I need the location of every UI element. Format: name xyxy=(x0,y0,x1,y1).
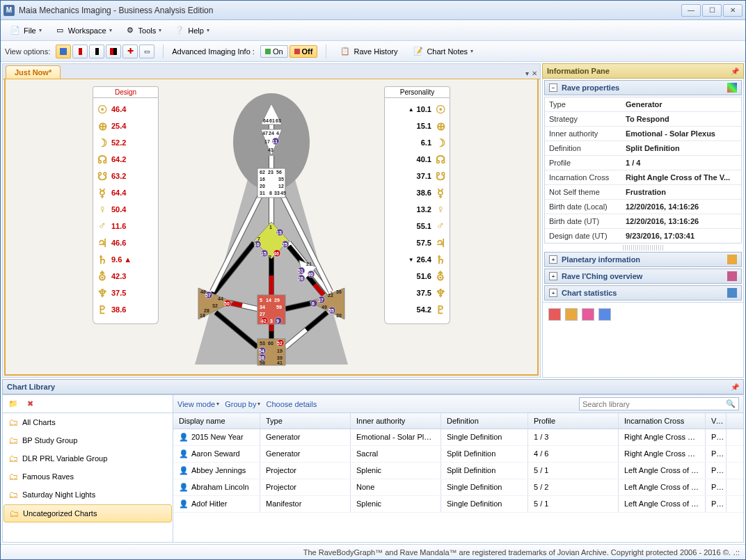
svg-text:58: 58 xyxy=(260,360,265,365)
view-options-group: ✚ ▭ xyxy=(56,45,154,58)
view-mode-dropdown[interactable]: View mode▾ xyxy=(177,400,219,408)
table-row[interactable]: 👤Adof HitlerManifestorSplenicSingle Defi… xyxy=(173,496,743,513)
col-display-name[interactable]: Display name xyxy=(173,413,260,429)
prop-value: 12/20/2016, 13:16:26 xyxy=(621,214,741,228)
svg-text:32: 32 xyxy=(212,303,218,308)
close-button[interactable]: ✕ xyxy=(723,4,743,17)
table-row[interactable]: 👤Abbey JenningsProjectorSplenicSplit Def… xyxy=(173,463,743,479)
svg-text:24: 24 xyxy=(269,131,274,136)
advanced-off-button[interactable]: Off xyxy=(289,45,318,58)
delete-folder-button[interactable]: ✖ xyxy=(24,398,36,410)
menu-file[interactable]: 📄 File ▾ xyxy=(5,23,47,38)
pin-icon[interactable]: 📌 xyxy=(731,383,739,391)
folder-item[interactable]: 🗂Saturday Night Lights xyxy=(3,486,173,504)
svg-text:38: 38 xyxy=(259,355,264,360)
resize-grip[interactable] xyxy=(623,245,663,250)
col-type[interactable]: Type xyxy=(260,413,351,429)
window-controls: — ☐ ✕ xyxy=(681,4,743,17)
tab-close-icon[interactable]: ✕ xyxy=(532,70,537,77)
pin-icon[interactable]: 📌 xyxy=(731,67,739,75)
maximize-button[interactable]: ☐ xyxy=(702,4,722,17)
advanced-toggle: On Off xyxy=(260,45,318,58)
mini-icon-4[interactable] xyxy=(598,308,611,321)
view-opt-1[interactable] xyxy=(56,45,71,58)
view-opt-5[interactable]: ✚ xyxy=(122,45,138,58)
add-folder-button[interactable]: 📁 xyxy=(7,398,19,410)
planet-value: 38.6 xyxy=(111,305,126,314)
chevron-down-icon: ▾ xyxy=(470,48,473,54)
chart-stats-header[interactable]: + Chart statistics xyxy=(544,285,742,301)
design-list: ☉46.4⊕25.4☽52.2☊64.2☋63.2☿64.4♀50.4♂11.6… xyxy=(93,98,159,324)
planet-value: 57.5 xyxy=(417,239,431,247)
design-planet-row: ♀50.4 xyxy=(96,201,155,218)
search-input[interactable] xyxy=(582,400,726,408)
minimize-button[interactable]: — xyxy=(681,4,701,17)
chart-notes-button[interactable]: 📝 Chart Notes ▾ xyxy=(408,44,478,59)
tab-menu-icon[interactable]: ▾ xyxy=(525,70,529,77)
menu-help[interactable]: ❔ Help ▾ xyxy=(169,23,214,38)
folder-icon: 🗂 xyxy=(8,417,18,428)
folder-label: All Charts xyxy=(22,418,56,426)
folder-item[interactable]: 🗂Uncategorized Charts xyxy=(3,504,172,522)
svg-text:51: 51 xyxy=(298,269,303,273)
personality-list: ☉10.1▲⊕15.1☽6.1☊40.1☋37.1☿38.6♀13.2♂55.1… xyxy=(384,98,450,324)
rave-history-button[interactable]: 📋 Rave History xyxy=(335,44,402,59)
status-bar: . The RaveBodyGraph™ and Rave Mandala™ a… xyxy=(1,544,745,559)
personality-planet-row: ⛢51.6 xyxy=(388,268,447,285)
col-cross[interactable]: Incarnation Cross xyxy=(619,413,706,429)
menu-tools[interactable]: ⚙ Tools ▾ xyxy=(120,23,167,38)
svg-text:26: 26 xyxy=(298,276,303,281)
folder-item[interactable]: 🗂BP Study Group xyxy=(3,431,173,449)
col-authority[interactable]: Inner authority xyxy=(351,413,441,429)
mini-icon-1[interactable] xyxy=(548,308,561,321)
col-definition[interactable]: Definition xyxy=(441,413,528,429)
table-row[interactable]: 👤Aaron SewardGeneratorSacralSplit Defini… xyxy=(173,446,743,463)
folder-item[interactable]: 🗂All Charts xyxy=(3,413,173,431)
view-opt-3[interactable] xyxy=(89,45,104,58)
planet-value: 25.4 xyxy=(111,122,126,130)
prop-key: Birth date (Local) xyxy=(545,200,621,214)
planet-value: 38.6 xyxy=(417,189,431,197)
planet-value: 11.6 xyxy=(111,222,126,230)
planet-value: 37.1 xyxy=(417,172,431,180)
mini-icon-3[interactable] xyxy=(582,308,594,321)
folder-item[interactable]: 🗂Famous Raves xyxy=(3,467,173,486)
planet-value: 63.2 xyxy=(111,172,126,180)
search-icon[interactable]: 🔍 xyxy=(726,399,736,408)
svg-text:31: 31 xyxy=(260,191,265,195)
tab-just-now[interactable]: Just Now* xyxy=(6,65,61,79)
svg-text:9: 9 xyxy=(276,319,279,323)
advanced-on-button[interactable]: On xyxy=(260,45,288,58)
prop-key: Strategy xyxy=(545,112,621,126)
view-opt-6[interactable]: ▭ xyxy=(139,45,154,58)
library-sidebar: 📁 ✖ 🗂All Charts🗂BP Study Group🗂DLR PRL V… xyxy=(3,395,173,542)
iching-header[interactable]: + Rave I'Ching overview xyxy=(544,269,742,284)
info-icon-row xyxy=(543,302,743,326)
resize-handle-icon[interactable]: .:: xyxy=(733,548,740,557)
menu-workspace[interactable]: ▭ Workspace ▾ xyxy=(49,23,117,38)
group-by-dropdown[interactable]: Group by▾ xyxy=(225,400,260,408)
table-row[interactable]: 👤2015 New YearGeneratorEmotional - Solar… xyxy=(173,429,743,446)
personality-planet-row: ♄26.4▼ xyxy=(388,251,447,268)
view-opt-2[interactable] xyxy=(72,45,88,58)
folder-item[interactable]: 🗂DLR PRL Variable Group xyxy=(3,449,173,467)
cell-profile: 5 / 1 xyxy=(528,463,619,479)
choose-details-button[interactable]: Choose details xyxy=(266,400,317,408)
prop-value: Split Definition xyxy=(621,141,741,155)
design-planet-row: ☊64.2 xyxy=(96,151,155,168)
prop-row: Design date (UT)9/23/2016, 17:03:41 xyxy=(545,229,741,243)
col-profile[interactable]: Profile xyxy=(528,413,619,429)
planet-icon: ☉ xyxy=(96,103,109,115)
planetary-info-header[interactable]: + Planetary information xyxy=(544,252,742,267)
svg-text:63: 63 xyxy=(276,118,281,123)
svg-text:15: 15 xyxy=(261,251,267,256)
table-row[interactable]: 👤Abraham LincolnProjectorNoneSingle Defi… xyxy=(173,479,743,496)
search-box[interactable]: 🔍 xyxy=(579,397,739,410)
view-opt-4[interactable] xyxy=(106,45,121,58)
prop-key: Birth date (UT) xyxy=(545,214,621,228)
person-icon: 👤 xyxy=(179,483,189,491)
rave-properties-header[interactable]: − Rave properties xyxy=(544,80,742,95)
prop-row: Incarnation CrossRight Angle Cross of Th… xyxy=(545,170,741,185)
mini-icon-2[interactable] xyxy=(565,308,578,321)
col-var[interactable]: Var xyxy=(706,413,727,429)
